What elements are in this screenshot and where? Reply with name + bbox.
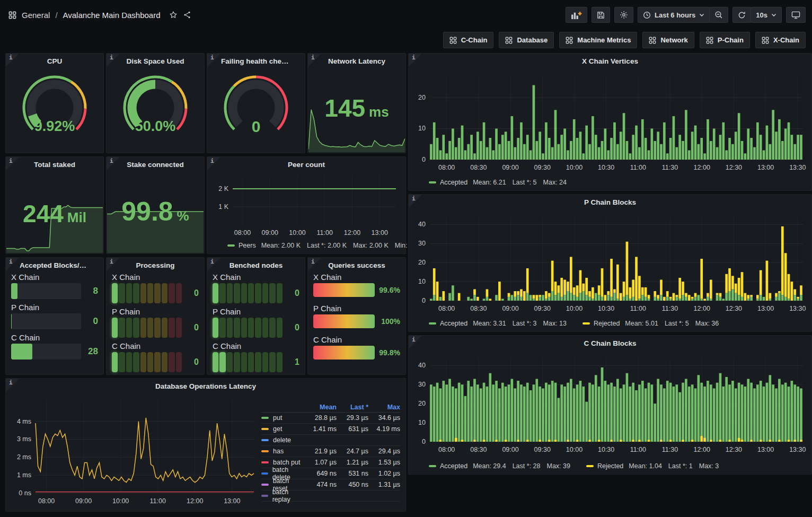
svg-text:40: 40 [418,221,426,228]
chevron-down-icon [699,13,704,17]
svg-text:10:30: 10:30 [598,305,614,312]
breadcrumb-folder[interactable]: General [22,11,50,20]
table-header[interactable]: Mean [305,404,337,411]
svg-text:40: 40 [418,362,426,369]
c-chain-blocks-legend: AcceptedMean: 29.4Last *: 28Max: 39Rejec… [429,462,725,470]
svg-text:09:00: 09:00 [502,305,518,312]
panel-title[interactable]: X Chain Vertices [422,57,798,65]
series-toggle-get[interactable]: get [261,425,305,433]
panel-title[interactable]: Stake connected [120,161,190,169]
panel-title[interactable]: Accepted Blocks/Ve... [20,261,90,269]
svg-text:08:30: 08:30 [470,164,487,171]
refresh-interval-picker[interactable]: 10s [751,7,782,23]
panel-failing-health-checks: i Failing health checks 0 [207,53,305,153]
svg-text:20: 20 [418,94,426,101]
network-latency-value: 145ms [308,94,405,122]
panel-title[interactable]: Network Latency [322,57,392,65]
db-latency-chart: 4 ms3 ms2 ms1 ms0 ns08:0009:0010:0011:00… [8,383,259,511]
panel-info-icon[interactable]: i [308,258,321,271]
svg-text:09:00: 09:00 [262,229,278,236]
panel-info-icon[interactable]: i [207,258,220,271]
panel-info-icon[interactable]: i [6,258,19,271]
table-header[interactable]: Max [368,404,400,411]
total-staked-value: 244Mil [6,199,103,228]
series-toggle-has[interactable]: has [261,448,305,455]
x-chain-vertices-legend: AcceptedMean: 6.21Last *: 5Max: 24 [429,179,573,186]
panel-processing: i Processing X Chain0P Chain0C Chain0 [106,257,205,375]
refresh-button[interactable] [732,7,751,23]
dashboard-link-c-chain[interactable]: C-Chain [443,32,494,48]
panel-info-icon[interactable]: i [409,195,422,208]
time-range-picker[interactable]: Last 6 hours [638,7,710,23]
bar-gauge-label: C Chain [213,341,299,350]
panel-info-icon[interactable]: i [409,336,422,349]
segmented-gauge [112,283,182,303]
panel-info-icon[interactable]: i [107,258,120,271]
svg-text:10:30: 10:30 [598,446,614,453]
series-toggle-put[interactable]: put [261,414,305,422]
panel-p-chain-blocks: i P Chain Blocks 01020304008:0008:3009:0… [408,194,812,332]
svg-text:13:00: 13:00 [757,305,774,312]
table-row: has21.9 µs24.7 µs29.4 µs [261,446,400,457]
panel-info-icon[interactable]: i [308,54,321,67]
panel-info-icon[interactable]: i [207,157,220,170]
legend-item-rejected[interactable]: RejectedMean: 5.01Last *: 5Max: 36 [582,320,725,327]
bar-gauge-label: C Chain [11,333,98,342]
panel-info-icon[interactable]: i [207,54,220,67]
dashboard-link-machine-metrics[interactable]: Machine Metrics [559,32,637,48]
disk-gauge-value: 50.0% [107,118,204,135]
dashboard-link-network[interactable]: Network [642,32,694,48]
legend-item-rejected[interactable]: RejectedMean: 1.04Last *: 1Max: 3 [586,462,725,470]
panel-title[interactable]: Disk Space Used [120,57,190,65]
p-chain-blocks-legend: AcceptedMean: 3.31Last *: 3Max: 13Reject… [429,320,725,327]
dashboard-settings-button[interactable] [614,7,633,23]
panel-title[interactable]: C Chain Blocks [422,339,798,347]
legend-item-accepted[interactable]: AcceptedMean: 29.4Last *: 28Max: 39 [429,462,577,470]
dashboard-title[interactable]: Avalanche Main Dashboard [63,11,161,20]
dashboard-link-database[interactable]: Database [499,32,554,48]
panel-title[interactable]: Peer count [221,161,392,169]
panel-title[interactable]: Processing [120,261,190,269]
bar-gauge-value: 0 [186,288,199,298]
series-toggle-batch-replay[interactable]: batch replay [261,488,305,503]
series-toggle-delete[interactable]: delete [261,436,305,444]
panel-disk-space: i Disk Space Used 50.0% [106,53,205,153]
bar-gauge-value: 99.8% [379,348,400,357]
panel-title[interactable]: Queries success [322,261,392,269]
grid-icon [449,37,457,44]
panel-info-icon[interactable]: i [6,54,19,67]
series-toggle-batch-put[interactable]: batch put [261,459,305,466]
panel-title[interactable]: P Chain Blocks [422,198,798,206]
stake-connected-value: 99.8% [107,196,204,227]
svg-text:09:00: 09:00 [502,446,518,453]
dashboard-link-p-chain[interactable]: P-Chain [700,32,750,48]
panel-info-icon[interactable]: i [107,54,120,67]
panel-title[interactable]: Total staked [20,161,90,169]
panel-info-icon[interactable]: i [6,157,19,170]
db-latency-legend-table: MeanLast *Maxput28.8 µs29.3 µs34.6 µsget… [261,402,400,502]
grid-icon [762,37,769,44]
panel-title[interactable]: Database Operations Latency [20,382,392,390]
star-icon[interactable] [169,11,178,19]
add-panel-button[interactable] [566,7,587,23]
svg-text:11:30: 11:30 [662,446,678,453]
panel-title[interactable]: Failing health checks [221,57,291,65]
chevron-down-icon [771,13,776,17]
share-icon[interactable] [183,11,191,19]
legend-item-peers[interactable]: PeersMean: 2.00 KLast *: 2.00 KMax: 2.00… [227,242,425,249]
dashboard-link-x-chain[interactable]: X-Chain [755,32,806,48]
legend-item-accepted[interactable]: AcceptedMean: 3.31Last *: 3Max: 13 [429,320,573,327]
apps-grid-icon[interactable] [8,11,16,19]
panel-info-icon[interactable]: i [409,54,422,67]
breadcrumb: General / Avalanche Main Dashboard [8,11,191,20]
panel-title[interactable]: Benched nodes [221,261,291,269]
accepted-blocks-rows: X Chain8P Chain0C Chain28 [11,273,98,363]
kiosk-mode-button[interactable] [786,7,806,23]
legend-item-accepted[interactable]: AcceptedMean: 6.21Last *: 5Max: 24 [429,179,573,186]
save-dashboard-button[interactable] [592,7,610,23]
panel-info-icon[interactable]: i [107,157,120,170]
table-header[interactable]: Last * [337,404,368,411]
zoom-out-time-button[interactable] [709,7,728,23]
panel-title[interactable]: CPU [20,57,90,65]
panel-x-chain-vertices: i X Chain Vertices 0102008:0008:3009:000… [408,53,812,191]
